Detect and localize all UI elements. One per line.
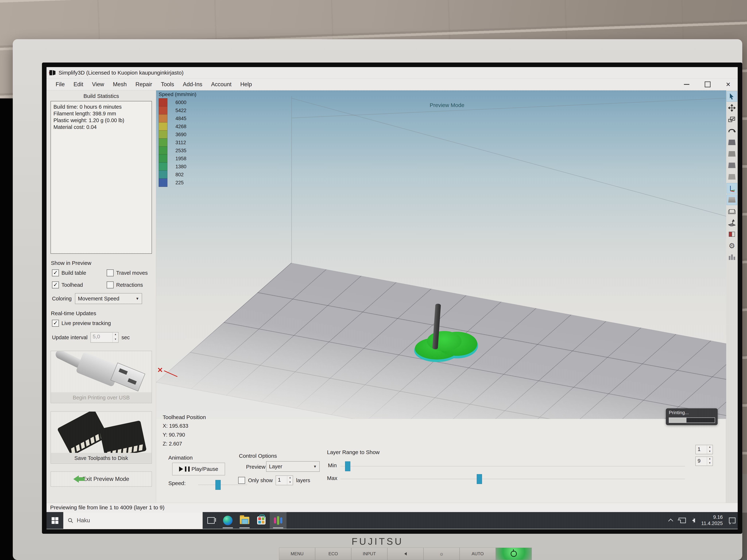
spin-up-icon[interactable]: ▲: [707, 445, 713, 450]
menu-repair[interactable]: Repair: [131, 80, 156, 89]
minimize-icon[interactable]: [684, 84, 689, 85]
min-slider-handle[interactable]: [345, 461, 350, 471]
travel-moves-checkbox[interactable]: [107, 269, 113, 276]
menu-view[interactable]: View: [87, 80, 108, 89]
menu-account[interactable]: Account: [207, 80, 236, 89]
wireframe-render-icon[interactable]: [727, 206, 737, 217]
exit-preview-mode-button[interactable]: Exit Preview Mode: [51, 472, 152, 487]
brightness-icon: ☼: [439, 551, 444, 557]
coloring-dropdown[interactable]: Movement Speed ▼: [75, 293, 142, 304]
play-pause-button[interactable]: Play/Pause: [172, 463, 225, 475]
windows-logo-icon: [52, 517, 58, 524]
begin-printing-usb-button[interactable]: Begin Printing over USB: [51, 351, 152, 403]
retractions-checkbox[interactable]: [107, 282, 113, 288]
speed-slider-handle[interactable]: [215, 480, 221, 490]
action-center-icon[interactable]: [729, 517, 736, 523]
monitor: Simplify3D (Licensed to Kuopion kaupungi…: [13, 39, 742, 560]
network-icon[interactable]: [678, 518, 686, 523]
monitor-auto-button[interactable]: AUTO: [460, 548, 496, 560]
task-view-icon: [207, 517, 215, 524]
solid-render-icon[interactable]: [727, 194, 737, 205]
sd-cards-image: [51, 411, 152, 453]
monitor-menu-button[interactable]: MENU: [279, 548, 315, 560]
layer-range-title: Layer Range to Show: [327, 449, 380, 455]
microsoft-store-button[interactable]: [253, 512, 270, 529]
checkbox-live-preview-tracking[interactable]: ✓ Live preview tracking: [52, 320, 156, 327]
live-preview-checkbox[interactable]: ✓: [52, 320, 59, 327]
pan-move-icon[interactable]: [727, 103, 737, 113]
restore-icon[interactable]: [705, 81, 711, 87]
taskbar-clock[interactable]: 9.16 11.4.2025: [701, 514, 723, 527]
update-interval-spinner[interactable]: 5,0 ▲▼: [91, 332, 119, 343]
support-structures-icon[interactable]: [727, 252, 737, 263]
spin-down-icon[interactable]: ▼: [113, 338, 118, 342]
spin-up-icon[interactable]: ▲: [113, 332, 118, 338]
surface-normal-icon[interactable]: [727, 217, 737, 228]
view-cube-top-icon[interactable]: [727, 137, 737, 148]
coordinate-axes-icon[interactable]: [727, 183, 737, 194]
layer-max-slider[interactable]: [340, 479, 685, 479]
animation-title: Animation: [168, 455, 192, 461]
tray-expand-icon[interactable]: [668, 518, 673, 524]
only-show-checkbox[interactable]: [238, 477, 245, 484]
layer-min-spinner[interactable]: 1 ▲▼: [695, 445, 713, 454]
layer-max-spinner[interactable]: 9 ▲▼: [695, 456, 713, 466]
max-label: Max: [327, 475, 337, 481]
checkbox-toolhead[interactable]: ✓ Toolhead: [52, 282, 107, 288]
usb-plug-image: [51, 351, 152, 392]
clock-time: 9.16: [701, 514, 723, 521]
menu-edit[interactable]: Edit: [69, 80, 87, 89]
task-view-button[interactable]: [203, 512, 220, 529]
rotate-tool-icon[interactable]: [727, 126, 737, 136]
settings-gear-icon[interactable]: ⚙: [727, 240, 737, 251]
power-icon: [511, 551, 517, 557]
toolhead-checkbox[interactable]: ✓: [52, 282, 59, 288]
build-volume-edge: [292, 98, 726, 118]
view-cube-iso-icon[interactable]: [727, 171, 737, 182]
checkbox-build-table[interactable]: ✓ Build table: [52, 269, 107, 276]
monitor-power-button[interactable]: [496, 548, 532, 560]
menu-mesh[interactable]: Mesh: [108, 80, 131, 89]
volume-icon[interactable]: [692, 518, 695, 523]
checkbox-retractions[interactable]: Retractions: [107, 282, 154, 288]
monitor-volume-button[interactable]: [387, 548, 423, 560]
select-cursor-icon[interactable]: [727, 91, 737, 102]
monitor-brand: FUJITSU: [13, 536, 742, 547]
scale-tool-icon[interactable]: [727, 114, 737, 125]
menu-file[interactable]: File: [51, 80, 69, 89]
taskbar-search[interactable]: Haku: [63, 512, 203, 529]
speed-legend-title: Speed (mm/min): [159, 91, 197, 97]
only-show-spinner[interactable]: 1 ▲▼: [276, 475, 293, 485]
viewport-3d[interactable]: Speed (mm/min) 6000 5422 4845 4268 3690 …: [156, 90, 726, 419]
monitor-brightness-button[interactable]: ☼: [423, 548, 460, 560]
start-button[interactable]: [47, 512, 63, 529]
spin-up-icon[interactable]: ▲: [287, 476, 293, 480]
build-time: Build time: 0 hours 6 minutes: [53, 104, 149, 110]
spin-down-icon[interactable]: ▼: [707, 461, 713, 465]
view-cube-front-icon[interactable]: [727, 149, 737, 159]
layer-min-slider[interactable]: [340, 466, 685, 466]
menu-tools[interactable]: Tools: [156, 80, 178, 89]
close-icon[interactable]: ×: [726, 81, 730, 88]
min-label: Min: [328, 462, 337, 469]
file-explorer-button[interactable]: [236, 512, 253, 529]
preview-by-dropdown[interactable]: Layer ▼: [266, 461, 320, 472]
save-toolpaths-button[interactable]: Save Toolpaths to Disk: [51, 411, 152, 464]
update-interval-label: Update interval: [52, 335, 87, 341]
spin-down-icon[interactable]: ▼: [287, 480, 293, 485]
edge-browser-button[interactable]: [220, 512, 236, 529]
checkbox-travel-moves[interactable]: Travel moves: [107, 269, 154, 276]
coloring-label: Coloring: [52, 296, 72, 302]
menu-addins[interactable]: Add-Ins: [179, 80, 207, 89]
monitor-input-button[interactable]: INPUT: [351, 548, 387, 560]
monitor-eco-button[interactable]: ECO: [315, 548, 351, 560]
cross-section-icon[interactable]: [727, 229, 737, 240]
spin-up-icon[interactable]: ▲: [707, 457, 713, 461]
menu-help[interactable]: Help: [236, 80, 256, 89]
simplify3d-taskbar-button[interactable]: [270, 512, 286, 529]
edge-browser-icon: [223, 516, 233, 525]
max-slider-handle[interactable]: [477, 474, 482, 484]
view-cube-side-icon[interactable]: [727, 160, 737, 170]
spin-down-icon[interactable]: ▼: [707, 450, 713, 454]
build-table-checkbox[interactable]: ✓: [52, 269, 59, 276]
